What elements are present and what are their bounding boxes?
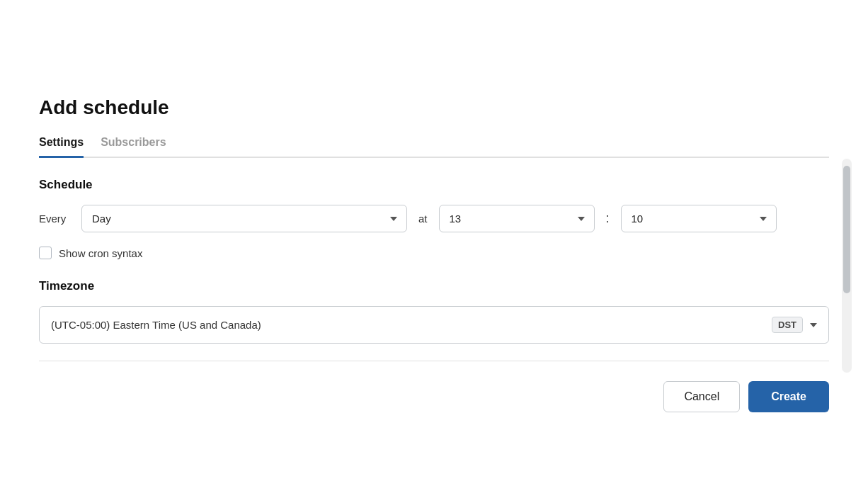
tabs: Settings Subscribers <box>39 136 829 158</box>
hour-select[interactable]: 13 0 1 2 3 12 14 23 <box>439 205 595 232</box>
minute-select[interactable]: 10 0 5 15 20 25 30 45 <box>621 205 777 232</box>
minute-select-wrapper: 10 0 5 15 20 25 30 45 <box>621 205 777 232</box>
scrollbar-thumb <box>843 166 850 293</box>
cron-syntax-label: Show cron syntax <box>59 247 142 259</box>
dst-badge: DST <box>772 317 803 333</box>
timezone-section: Timezone (UTC-05:00) Eastern Time (US an… <box>39 279 829 344</box>
timezone-right: DST <box>772 317 817 333</box>
footer-actions: Cancel Create <box>39 375 829 412</box>
cron-syntax-checkbox[interactable] <box>39 247 52 259</box>
timezone-section-title: Timezone <box>39 279 829 293</box>
timezone-dropdown[interactable]: (UTC-05:00) Eastern Time (US and Canada)… <box>39 306 829 344</box>
divider <box>39 361 829 361</box>
scrollbar[interactable] <box>842 159 852 373</box>
tab-subscribers[interactable]: Subscribers <box>101 136 166 158</box>
at-label: at <box>418 213 428 225</box>
cron-checkbox-row: Show cron syntax <box>39 247 829 259</box>
day-select-wrapper: Day Hour Week Month <box>81 205 407 232</box>
dialog-title: Add schedule <box>39 96 829 119</box>
every-label: Every <box>39 213 70 225</box>
timezone-value: (UTC-05:00) Eastern Time (US and Canada) <box>51 319 261 331</box>
create-button[interactable]: Create <box>748 381 829 412</box>
chevron-down-icon <box>810 323 817 327</box>
schedule-section-title: Schedule <box>39 178 829 192</box>
tab-settings[interactable]: Settings <box>39 136 84 158</box>
dialog: Add schedule Settings Subscribers Schedu… <box>16 74 852 429</box>
cancel-button[interactable]: Cancel <box>663 381 740 412</box>
day-select[interactable]: Day Hour Week Month <box>81 205 407 232</box>
modal-container: Add schedule Settings Subscribers Schedu… <box>0 0 868 503</box>
schedule-row: Every Day Hour Week Month at 13 0 1 2 3 … <box>39 205 829 232</box>
colon-separator: : <box>606 211 610 226</box>
hour-select-wrapper: 13 0 1 2 3 12 14 23 <box>439 205 595 232</box>
